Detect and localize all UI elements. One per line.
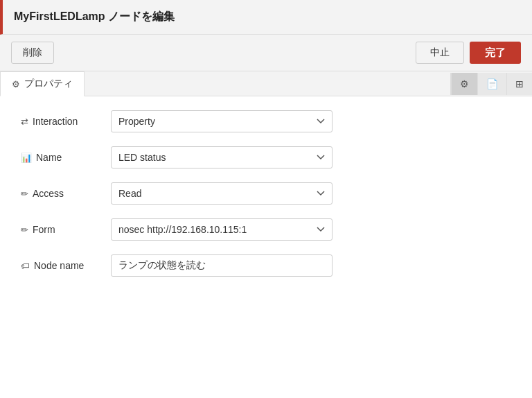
- node-name-label-group: 🏷 Node name: [21, 260, 111, 271]
- doc-icon: 📄: [486, 78, 498, 89]
- settings-icon: ⚙: [460, 78, 469, 89]
- tab-icon-group: ⚙ 📄 ⊞: [450, 73, 532, 95]
- page-title: MyFirstLEDLamp ノードを編集: [14, 10, 175, 24]
- form-label: Form: [33, 224, 55, 235]
- cancel-button[interactable]: 中止: [416, 42, 464, 64]
- node-name-icon: 🏷: [21, 261, 30, 271]
- node-name-input[interactable]: [111, 254, 332, 277]
- delete-button[interactable]: 削除: [11, 42, 54, 64]
- form-label-group: ✏ Form: [21, 224, 111, 235]
- interaction-label: Interaction: [33, 116, 78, 127]
- access-select[interactable]: Read Write ReadWrite: [111, 182, 332, 205]
- toolbar-left: 削除: [11, 42, 54, 64]
- name-row: 📊 Name LED status LED brightness: [21, 146, 511, 168]
- toolbar-right: 中止 完了: [416, 42, 521, 64]
- tab-settings-icon-button[interactable]: ⚙: [451, 73, 477, 95]
- access-label-group: ✏ Access: [21, 188, 111, 199]
- name-label-group: 📊 Name: [21, 152, 111, 163]
- tab-doc-icon-button[interactable]: 📄: [477, 73, 506, 95]
- properties-tab-label: プロパティ: [24, 78, 73, 90]
- interaction-row: ⇄ Interaction Property Action Event: [21, 110, 511, 132]
- name-select[interactable]: LED status LED brightness: [111, 146, 332, 168]
- form-row: ✏ Form nosec http://192.168.10.115:1: [21, 218, 511, 241]
- access-label: Access: [33, 188, 64, 199]
- toolbar: 削除 中止 完了: [0, 35, 532, 71]
- node-name-row: 🏷 Node name: [21, 254, 511, 277]
- header: MyFirstLEDLamp ノードを編集: [0, 0, 532, 35]
- form-control: nosec http://192.168.10.115:1: [111, 218, 511, 241]
- interaction-label-group: ⇄ Interaction: [21, 116, 111, 127]
- expand-icon: ⊞: [515, 78, 524, 89]
- page-container: MyFirstLEDLamp ノードを編集 削除 中止 完了 ⚙ プロパティ ⚙…: [0, 0, 532, 304]
- tab-bar: ⚙ プロパティ ⚙ 📄 ⊞: [0, 71, 532, 96]
- tab-properties[interactable]: ⚙ プロパティ: [0, 71, 85, 96]
- form-icon: ✏: [21, 225, 28, 235]
- access-icon: ✏: [21, 189, 28, 199]
- interaction-icon: ⇄: [21, 116, 28, 127]
- node-name-control: [111, 254, 511, 277]
- node-name-label: Node name: [34, 260, 84, 271]
- name-control: LED status LED brightness: [111, 146, 511, 168]
- form-select[interactable]: nosec http://192.168.10.115:1: [111, 218, 332, 241]
- properties-tab-gear-icon: ⚙: [12, 79, 20, 89]
- interaction-select[interactable]: Property Action Event: [111, 110, 332, 132]
- tab-expand-icon-button[interactable]: ⊞: [506, 73, 532, 95]
- access-row: ✏ Access Read Write ReadWrite: [21, 182, 511, 205]
- done-button[interactable]: 完了: [470, 42, 521, 64]
- name-icon: 📊: [21, 153, 32, 163]
- access-control: Read Write ReadWrite: [111, 182, 511, 205]
- name-label: Name: [36, 152, 62, 163]
- interaction-control: Property Action Event: [111, 110, 511, 132]
- form-content: ⇄ Interaction Property Action Event 📊 Na…: [0, 96, 532, 304]
